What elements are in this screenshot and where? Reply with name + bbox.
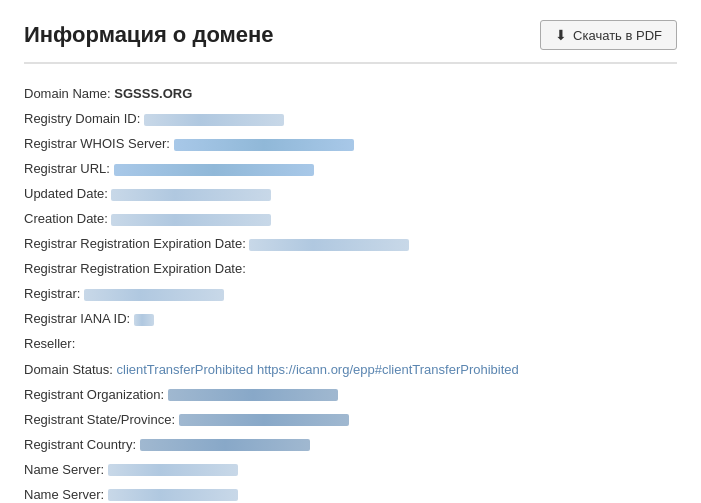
info-row: Registrar Registration Expiration Date: — [24, 257, 677, 281]
info-row: Registrar Registration Expiration Date: … — [24, 232, 677, 256]
pdf-download-button[interactable]: ⬇ Скачать в PDF — [540, 20, 677, 50]
download-icon: ⬇ — [555, 27, 567, 43]
info-row: Registry Domain ID: blurred-medium — [24, 107, 677, 131]
domain-name-value: SGSSS.ORG — [114, 86, 192, 101]
domain-info: Domain Name: SGSSS.ORGRegistry Domain ID… — [24, 82, 677, 503]
row-label: Name Server: — [24, 462, 108, 477]
row-label: Domain Status: — [24, 362, 117, 377]
pdf-button-label: Скачать в PDF — [573, 28, 662, 43]
row-value-blurred: blurred-medium — [144, 114, 284, 126]
row-label: Registrar Registration Expiration Date: — [24, 236, 249, 251]
info-row: Domain Status: clientTransferProhibited … — [24, 358, 677, 382]
row-value-status[interactable]: clientTransferProhibited https://icann.o… — [117, 362, 519, 377]
page-title: Информация о домене — [24, 22, 274, 48]
row-value-privacy — [140, 439, 310, 451]
info-row: Updated Date: blurred-date — [24, 182, 677, 206]
header-row: Информация о домене ⬇ Скачать в PDF — [24, 20, 677, 64]
info-row: Registrant Organization: — [24, 383, 677, 407]
row-value-privacy — [179, 414, 349, 426]
info-row: Registrar WHOIS Server: whois.networksol… — [24, 132, 677, 156]
row-value-blurred: Network Solutions, Inc — [84, 289, 224, 301]
row-value-blurred: blurred-date — [111, 189, 271, 201]
row-label: Creation Date: — [24, 211, 111, 226]
row-label: Registrant Organization: — [24, 387, 168, 402]
info-row: Reseller: — [24, 332, 677, 356]
page-container: Информация о домене ⬇ Скачать в PDF Doma… — [0, 0, 701, 503]
row-value-link[interactable]: http://www.networksolutions.com — [114, 164, 314, 176]
info-row: Registrar URL: http://www.networksolutio… — [24, 157, 677, 181]
info-row: Creation Date: blurred-date — [24, 207, 677, 231]
row-label: Reseller: — [24, 336, 75, 351]
row-value-link[interactable]: whois.networksolutions.com — [174, 139, 354, 151]
row-label: Updated Date: — [24, 186, 111, 201]
info-row: Name Server: ns2.example.com — [24, 483, 677, 503]
row-value-blurred: ns1.example.com — [108, 464, 238, 476]
row-label: Registrar IANA ID: — [24, 311, 134, 326]
row-value-blurred: blurred-date — [111, 214, 271, 226]
info-row: Registrar: Network Solutions, Inc — [24, 282, 677, 306]
info-row: Name Server: ns1.example.com — [24, 458, 677, 482]
info-row: Registrant State/Province: — [24, 408, 677, 432]
row-label: Registrant State/Province: — [24, 412, 179, 427]
row-value-blurred: blurred-date — [249, 239, 409, 251]
row-label: Name Server: — [24, 487, 108, 502]
row-label: Domain Name: — [24, 86, 114, 101]
row-value-privacy — [168, 389, 338, 401]
row-label: Registrar: — [24, 286, 84, 301]
row-value-blurred: ns2.example.com — [108, 489, 238, 501]
info-row: Registrar IANA ID: 2 — [24, 307, 677, 331]
info-row: Domain Name: SGSSS.ORG — [24, 82, 677, 106]
row-label: Registrar Registration Expiration Date: — [24, 261, 246, 276]
row-label: Registrar URL: — [24, 161, 114, 176]
row-label: Registrar WHOIS Server: — [24, 136, 174, 151]
info-row: Registrant Country: — [24, 433, 677, 457]
row-label: Registry Domain ID: — [24, 111, 144, 126]
row-value-blurred: 2 — [134, 314, 154, 326]
row-label: Registrant Country: — [24, 437, 140, 452]
